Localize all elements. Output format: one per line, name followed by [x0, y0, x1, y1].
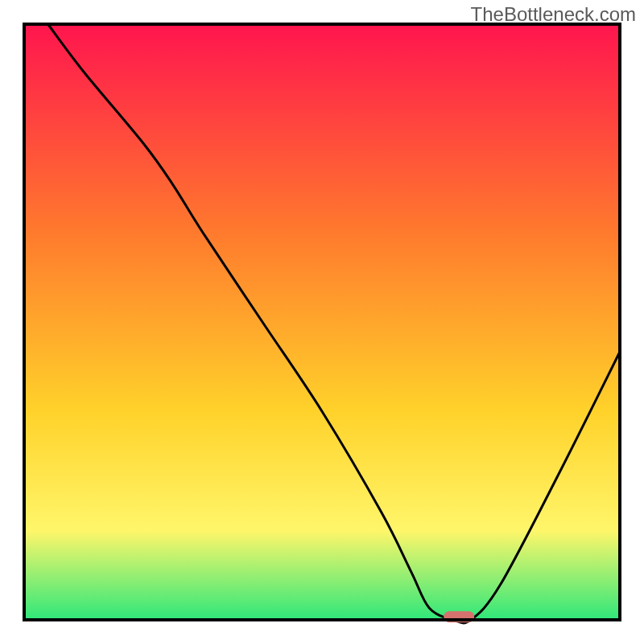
plot-area: [24, 24, 620, 623]
chart-svg: [0, 0, 644, 644]
watermark-text: TheBottleneck.com: [471, 3, 636, 26]
bottleneck-chart: TheBottleneck.com: [0, 0, 644, 644]
